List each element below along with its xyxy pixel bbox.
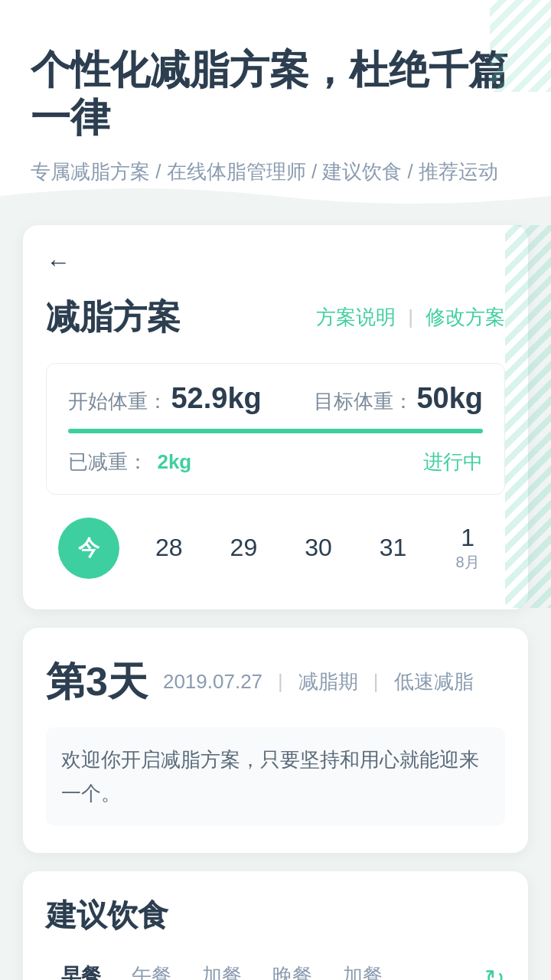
tab-lunch[interactable]: 午餐: [116, 955, 187, 980]
action-divider: |: [408, 305, 413, 329]
start-weight-label: 开始体重：: [68, 390, 168, 413]
date-today[interactable]: 今: [58, 518, 119, 579]
header-section: 个性化减脂方案，杜绝千篇一律 专属减脂方案 / 在线体脂管理师 / 建议饮食 /…: [0, 0, 551, 210]
diet-section: 建议饮食 早餐 午餐 加餐 晚餐 加餐 ↻ 粽子 1袋 ›: [23, 871, 528, 980]
day-separator: |: [278, 670, 283, 694]
day-description: 欢迎你开启减脂方案，只要坚持和用心就能迎来一个。: [46, 727, 505, 825]
plan-explain-button[interactable]: 方案说明: [316, 304, 396, 331]
main-content: ← 减脂方案 方案说明 | 修改方案 开始体重： 52.9kg 目标体重： 50…: [0, 210, 551, 980]
target-weight-group: 目标体重： 50kg: [314, 382, 483, 415]
date-28[interactable]: 28: [132, 534, 207, 562]
day-number: 第3天: [46, 655, 148, 709]
start-weight-value: 52.9kg: [171, 382, 261, 414]
day-info-card: 第3天 2019.07.27 | 减脂期 | 低速减脂 欢迎你开启减脂方案，只要…: [23, 628, 528, 853]
day-tag-period: 减脂期: [298, 668, 358, 695]
stripe-decoration-top: [490, 0, 551, 92]
stripe-decoration-right: [505, 225, 551, 608]
weight-row: 开始体重： 52.9kg 目标体重： 50kg: [68, 382, 483, 415]
weight-bottom-row: 已减重： 2kg 进行中: [68, 449, 483, 475]
day-header: 第3天 2019.07.27 | 减脂期 | 低速减脂: [46, 655, 505, 709]
date-1-aug[interactable]: 1 8月: [430, 524, 505, 573]
tab-snack1[interactable]: 加餐: [187, 955, 257, 980]
weight-progress-bar: [68, 429, 483, 433]
meal-tabs: 早餐 午餐 加餐 晚餐 加餐 ↻: [46, 955, 505, 980]
page-title: 个性化减脂方案，杜绝千篇一律: [31, 46, 520, 142]
lost-weight-value: 2kg: [157, 450, 191, 473]
date-29[interactable]: 29: [207, 534, 282, 562]
day-separator2: |: [373, 670, 379, 694]
plan-modify-button[interactable]: 修改方案: [425, 304, 505, 331]
date-31[interactable]: 31: [356, 534, 431, 562]
tab-dinner[interactable]: 晚餐: [257, 955, 328, 980]
wave-divider: [0, 181, 551, 211]
refresh-icon[interactable]: ↻: [484, 964, 505, 980]
diet-title: 建议饮食: [46, 894, 505, 936]
day-date: 2019.07.27: [163, 670, 262, 694]
start-weight-group: 开始体重： 52.9kg: [68, 382, 262, 415]
status-badge: 进行中: [423, 449, 483, 475]
date-selector: 今 28 29 30 31 1 8月: [46, 510, 505, 586]
date-30[interactable]: 30: [281, 534, 356, 562]
lost-weight-label: 已减重：: [68, 450, 148, 473]
back-button[interactable]: ←: [46, 248, 70, 276]
lost-weight-group: 已减重： 2kg: [68, 449, 191, 475]
day-tag-speed: 低速减脂: [394, 668, 474, 695]
target-weight-value: 50kg: [416, 382, 483, 414]
plan-header: 减脂方案 方案说明 | 修改方案: [46, 295, 505, 340]
target-weight-label: 目标体重：: [314, 390, 413, 413]
plan-card: ← 减脂方案 方案说明 | 修改方案 开始体重： 52.9kg 目标体重： 50…: [23, 225, 528, 609]
tab-breakfast[interactable]: 早餐: [46, 955, 116, 980]
plan-actions: 方案说明 | 修改方案: [316, 304, 505, 331]
weight-box: 开始体重： 52.9kg 目标体重： 50kg 已减重： 2kg 进行中: [46, 363, 505, 495]
plan-title: 减脂方案: [46, 295, 181, 340]
tab-snack2[interactable]: 加餐: [328, 955, 398, 980]
